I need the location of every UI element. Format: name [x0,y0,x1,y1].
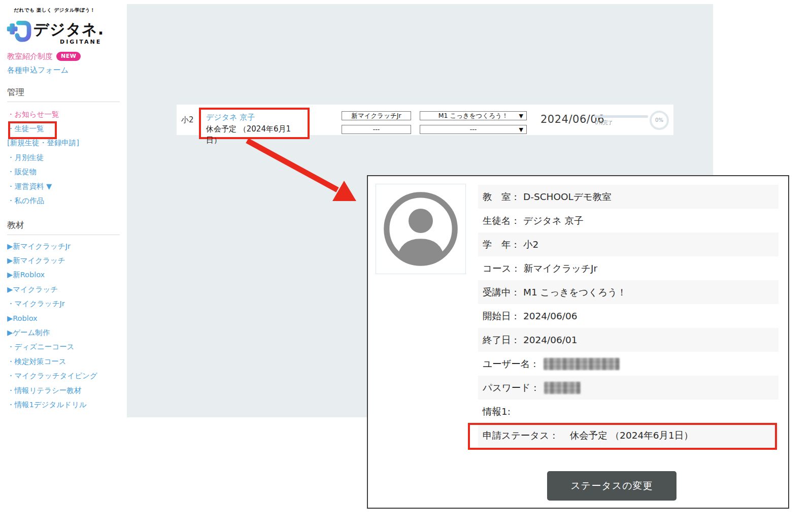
info-label: 学 年： [483,238,520,251]
sidebar-item-label: ・情報1デジタルドリル [7,400,87,410]
info-label: パスワード： [483,381,540,394]
new-badge: NEW [56,52,81,61]
mission-select-value: M1 こっきをつくろう！ [438,112,509,119]
sidebar-item-label: ・お知らせ一覧 [7,110,59,119]
progress-label: 0%完了 [595,119,613,126]
sidebar-item-label: [新規生徒・登録申請] [7,138,79,148]
info-value: 2024/06/06 [523,311,578,321]
mission-select[interactable]: M1 こっきをつくろう！ ▼ [420,111,527,120]
sidebar-item[interactable]: ・お知らせ一覧 [7,107,122,121]
sidebar-item[interactable]: ▶新Roblox [7,268,122,282]
student-info-row: コース： 新マイクラッチJr [478,256,779,280]
sidebar-link-referral[interactable]: 教室紹介制度 NEW [7,51,81,61]
student-info-row: 学 年： 小2 [478,233,779,256]
digitane-logo-icon [6,17,32,46]
sidebar-heading-management: 管理 [7,86,24,98]
sidebar-item-label: ・マイクラッチJr [7,299,65,309]
sidebar-item[interactable]: ▶新マイクラッチJr [7,239,122,253]
sidebar-item-label: ・ディズニーコース [7,342,75,352]
sidebar-item[interactable]: ・情報1デジタルドリル [7,398,122,412]
annotation-box-student-name: デジタネ 京子 休会予定 （2024年6月1日） [199,108,310,139]
sidebar-item[interactable]: ・情報リテラシー教材 [7,383,122,398]
sidebar-item[interactable]: ▶Roblox [7,311,122,325]
sidebar-item-label: ▶新マイクラッチJr [7,242,71,251]
sidebar-item[interactable]: ・ディズニーコース [7,340,122,354]
info-value: M1 こっきをつくろう！ [523,286,627,299]
student-info-row: 教 室： D-SCHOOLデモ教室 [478,185,779,209]
sidebar-item[interactable]: ・月別生徒 [7,150,122,164]
student-detail-panel: 教 室： D-SCHOOLデモ教室 生徒名： デジタネ 京子 学 年： 小2 コ… [367,175,789,509]
sidebar-list-management: ・お知らせ一覧 ・生徒一覧 [新規生徒・登録申請] ・月別生徒 ・販促物 ・運営… [7,107,122,208]
course-select-value: 新マイクラッチJr [351,112,401,119]
sidebar-item[interactable]: ・マイクラッチJr [7,297,122,311]
redacted-text [544,382,581,394]
sidebar-item-label: ▶ゲーム制作 [7,328,50,338]
sidebar-item[interactable]: ▶ゲーム制作 [7,325,122,340]
sidebar-item-label: ▶新Roblox [7,270,45,280]
sidebar-item-label: ▶新マイクラッチ [7,256,65,266]
sidebar-item-label: ・販促物 [7,167,37,177]
sidebar-heading-materials: 教材 [7,219,24,231]
course-select-secondary[interactable]: --- [342,125,411,134]
student-info-row: 生徒名： デジタネ 京子 [478,209,779,233]
sidebar-link-application-form-label: 各種申込フォーム [7,65,69,75]
logo-romaji: DIGITANE [60,39,101,45]
sidebar-item-label: ・検定対策コース [7,357,66,367]
sidebar-item[interactable]: ・生徒一覧 [7,121,122,136]
student-info-row: 開始日： 2024/06/06 [478,304,779,328]
sidebar-link-referral-label: 教室紹介制度 [7,52,53,61]
info-value: 休会予定 （2024年6月1日） [570,429,693,442]
info-value: デジタネ 京子 [523,214,584,227]
course-select[interactable]: 新マイクラッチJr [342,111,411,120]
course-select-secondary-value: --- [373,125,380,133]
sidebar-item-label: ・情報リテラシー教材 [7,386,81,395]
divider [7,102,120,102]
info-label: 生徒名： [483,214,520,227]
avatar [376,184,466,274]
sidebar-item[interactable]: ▶新マイクラッチ [7,253,122,268]
sidebar-item[interactable]: ▶マイクラッチ [7,282,122,296]
progress-bar [594,115,648,118]
sidebar-item-label: ・月別生徒 [7,153,44,162]
sidebar-item-label: ・私の作品 [7,196,44,206]
info-value: 新マイクラッチJr [524,262,597,275]
mission-select-secondary-value: --- [470,125,477,133]
sidebar-item-label: ・運営資料 ▼ [7,182,52,191]
info-label: 開始日： [483,310,520,322]
redacted-text [544,358,620,370]
sidebar-list-materials: ▶新マイクラッチJr ▶新マイクラッチ ▶新Roblox ▶マイクラッチ ・マイ… [7,239,122,412]
sidebar-link-application-form[interactable]: 各種申込フォーム [7,65,69,75]
sidebar-item[interactable]: ・販促物 [7,165,122,179]
info-label: 教 室： [483,190,520,203]
info-label: ユーザー名： [483,357,539,370]
info-value: 小2 [523,238,538,251]
sidebar-item[interactable]: ・運営資料 ▼ [7,179,122,193]
sidebar-item-label: ・マイクラッチタイピング [7,371,97,381]
sidebar-item[interactable]: ・検定対策コース [7,354,122,369]
student-grade: 小2 [181,115,194,125]
info-value: 2024/06/01 [523,335,578,345]
sidebar-item-label: ・生徒一覧 [7,124,44,134]
progress-circle: 0% [650,111,669,130]
dropdown-arrow-icon: ▼ [519,126,523,134]
student-info-row: 申請ステータス： 休会予定 （2024年6月1日） [478,423,779,447]
info-label: 情報1: [483,405,520,418]
student-info-row: 情報1: [478,400,779,423]
sidebar-item[interactable]: [新規生徒・登録申請] [7,136,122,150]
info-label: 終了日： [483,334,520,346]
logo-tagline: だれでも 楽しく デジタル学ぼう！ [0,7,109,14]
sidebar-item[interactable]: ・マイクラッチタイピング [7,369,122,383]
student-info-rows: 教 室： D-SCHOOLデモ教室 生徒名： デジタネ 京子 学 年： 小2 コ… [478,185,779,447]
student-status-text: 休会予定 （2024年6月1日） [206,123,302,146]
mission-select-secondary[interactable]: --- ▼ [420,125,527,134]
dropdown-arrow-icon: ▼ [519,112,523,120]
sidebar-item[interactable]: ・私の作品 [7,193,122,208]
sidebar: だれでも 楽しく デジタル学ぼう！ デジタネ. DIGITANE 教室紹介制度 … [0,0,127,529]
info-label: 受講中： [483,286,520,299]
student-info-row: 終了日： 2024/06/01 [478,328,779,352]
student-info-row: ユーザー名： [478,352,779,376]
change-status-button[interactable]: ステータスの変更 [547,471,676,501]
student-name-link[interactable]: デジタネ 京子 [206,112,302,123]
page: だれでも 楽しく デジタル学ぼう！ デジタネ. DIGITANE 教室紹介制度 … [0,0,812,529]
info-label: コース： [483,262,521,275]
